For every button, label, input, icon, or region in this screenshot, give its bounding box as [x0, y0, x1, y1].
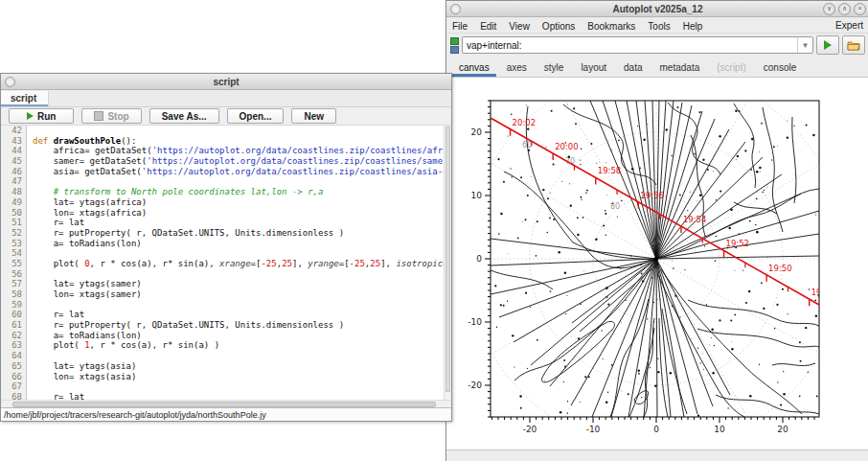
run-icon — [27, 112, 34, 120]
line-number: 62 — [1, 331, 26, 341]
line-number: 57 — [1, 279, 26, 289]
code-line: # transform to North pole coordinates la… — [27, 187, 451, 197]
vertical-scrollbar[interactable] — [444, 126, 451, 400]
line-number: 58 — [1, 289, 26, 300]
open-file-button[interactable] — [842, 35, 865, 55]
expert-menu[interactable]: Expert — [835, 20, 863, 31]
line-number: 50 — [1, 208, 26, 219]
code-line: lat= ytags(asia) — [27, 361, 451, 372]
svg-text:19:48: 19:48 — [811, 288, 835, 297]
autoplot-statusbar — [446, 449, 868, 461]
line-number: 44 — [1, 146, 26, 156]
line-number: 45 — [1, 156, 26, 167]
svg-text:19:52: 19:52 — [726, 239, 750, 248]
run-button[interactable]: Run — [9, 108, 74, 124]
code-line — [27, 126, 451, 136]
line-number: 54 — [1, 248, 26, 259]
code-line: lon= xtags(africa) — [27, 208, 451, 219]
line-number: 43 — [1, 136, 26, 147]
autoplot-menubar: FileEditViewOptionsBookmarksToolsHelp Ex… — [446, 17, 868, 34]
code-line: r= lat — [27, 392, 451, 400]
line-number: 67 — [1, 381, 26, 392]
open-button[interactable]: Open... — [227, 108, 285, 124]
line-number: 55 — [1, 259, 26, 269]
minimize-button[interactable]: ∨ — [823, 3, 835, 15]
code-editor[interactable]: 4243444546474849505152535455565758596061… — [1, 126, 451, 400]
code-line — [27, 300, 451, 311]
line-number: 49 — [1, 197, 26, 208]
menu-item-view[interactable]: View — [509, 21, 530, 32]
tab-script[interactable]: script — [1, 91, 49, 106]
svg-text:20: 20 — [471, 127, 483, 137]
svg-text:19:56: 19:56 — [640, 191, 664, 200]
new-button[interactable]: New — [291, 108, 336, 124]
code-line: plot( 0, r * cos(a), r* sin(a), xrange=[… — [27, 259, 451, 269]
plot-canvas[interactable]: 807060-20-1001020-20-100102020:0220:0019… — [446, 78, 868, 449]
code-line: plot( 1, r * cos(a), r* sin(a) ) — [27, 340, 451, 351]
datasource-type-icon — [450, 37, 459, 54]
menu-item-tools[interactable]: Tools — [648, 21, 670, 32]
go-button[interactable] — [816, 35, 839, 55]
uri-input[interactable]: vap+internal: — [463, 40, 797, 51]
plot-area: 807060-20-1001020-20-100102020:0220:0019… — [446, 78, 868, 449]
line-number: 68 — [1, 392, 26, 400]
menu-item-edit[interactable]: Edit — [480, 21, 496, 32]
line-number: 59 — [1, 300, 26, 311]
code-line — [27, 176, 451, 187]
menu-item-options[interactable]: Options — [542, 21, 575, 32]
line-number: 51 — [1, 218, 26, 228]
code-line: r= putProperty( r, QDataSet.UNITS, Units… — [27, 320, 451, 331]
code-line — [27, 381, 451, 392]
code-line: lat= ytags(africa) — [27, 197, 451, 208]
tab-layout[interactable]: layout — [572, 59, 615, 77]
stop-icon — [94, 111, 103, 121]
tab-data[interactable]: data — [615, 59, 651, 77]
svg-text:20: 20 — [777, 425, 788, 434]
svg-text:0: 0 — [476, 254, 482, 264]
tab-script[interactable]: (script) — [708, 59, 755, 77]
svg-text:19:58: 19:58 — [598, 166, 622, 175]
line-number: 48 — [1, 187, 26, 197]
line-number: 47 — [1, 176, 26, 187]
menu-item-help[interactable]: Help — [683, 21, 703, 32]
tab-style[interactable]: style — [536, 59, 573, 77]
save-as-button[interactable]: Save As... — [149, 108, 219, 124]
tab-metadata[interactable]: metadata — [651, 59, 709, 77]
axis-tick-labels: -20-1001020-20-1001020 — [468, 127, 788, 434]
line-number: 53 — [1, 239, 26, 249]
code-line: africa= getDataSet('https://autoplot.org… — [27, 146, 451, 156]
tab-console[interactable]: console — [755, 59, 805, 77]
code-line — [27, 248, 451, 259]
line-number: 46 — [1, 167, 26, 177]
line-number: 66 — [1, 372, 26, 382]
menu-item-file[interactable]: File — [452, 21, 468, 32]
chevron-down-icon[interactable]: ▼ — [797, 37, 812, 53]
plot-svg: 807060-20-1001020-20-100102020:0220:0019… — [446, 78, 867, 449]
maximize-button[interactable]: ∧ — [838, 3, 851, 15]
close-button[interactable]: × — [854, 3, 866, 15]
code-line: a= toRadians(lon) — [27, 331, 451, 341]
svg-text:19:54: 19:54 — [683, 215, 707, 224]
address-row: vap+internal: ▼ — [446, 34, 868, 57]
line-number: 64 — [1, 351, 26, 361]
folder-icon — [847, 40, 860, 51]
line-number: 65 — [1, 361, 26, 372]
play-icon — [824, 40, 832, 50]
svg-text:-10: -10 — [468, 317, 482, 327]
svg-text:-20: -20 — [523, 425, 537, 434]
code-line: def drawSouthPole(): — [27, 136, 451, 147]
line-number: 42 — [1, 126, 26, 136]
line-number: 60 — [1, 310, 26, 320]
autoplot-titlebar[interactable]: Autoplot v2025a_12 ∨ ∧ × — [446, 1, 868, 17]
uri-combobox[interactable]: vap+internal: ▼ — [462, 36, 813, 54]
stop-button[interactable]: Stop — [81, 108, 141, 124]
tab-canvas[interactable]: canvas — [450, 59, 498, 77]
desktop: { "autoplot_window": { "title": "Autoplo… — [0, 0, 868, 461]
menu-item-bookmarks[interactable]: Bookmarks — [587, 21, 635, 32]
svg-text:10: 10 — [714, 425, 725, 434]
script-titlebar[interactable]: script — [1, 74, 451, 90]
tab-axes[interactable]: axes — [498, 59, 536, 77]
horizontal-scrollbar[interactable] — [1, 400, 451, 407]
line-number: 56 — [1, 269, 26, 280]
code-line: samer= getDataSet('https://autoplot.org/… — [27, 156, 451, 167]
